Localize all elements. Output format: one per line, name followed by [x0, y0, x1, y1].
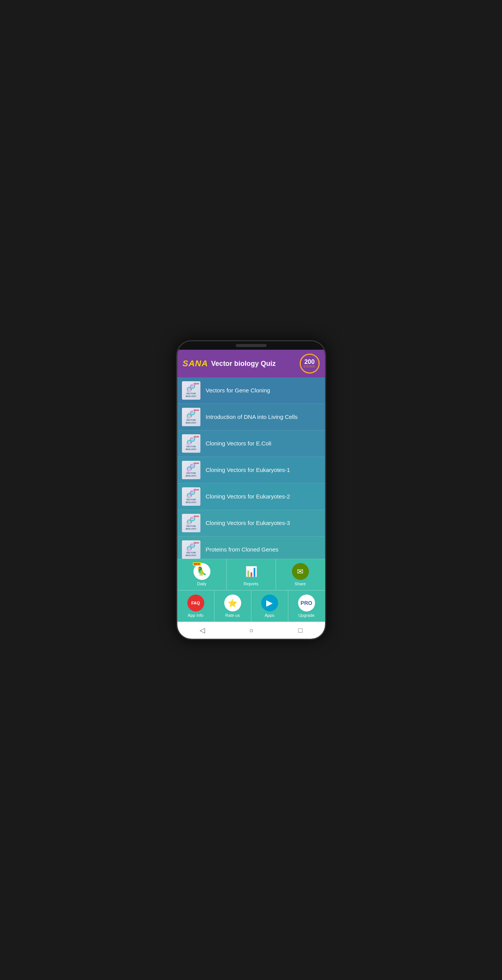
rateus-label: Rate us [225, 613, 240, 618]
phone-frame: SANA Vector biology Quiz 200 COINS 🧬 Qui… [176, 340, 326, 640]
quiz-title-5: Cloning Vectors for Eukaryotes-2 [206, 493, 290, 500]
list-item[interactable]: 🧬 Quiz VECTORBIOLOGY Introduction of DNA… [177, 404, 325, 430]
quiz-icon-5: 🧬 Quiz VECTORBIOLOGY [182, 487, 200, 506]
nav-daily[interactable]: NEW 🦜 Daily [177, 559, 227, 590]
upgrade-icon: PRO [298, 595, 315, 611]
share-label: Share [295, 581, 306, 586]
header-left: SANA Vector biology Quiz [183, 359, 276, 369]
coins-badge: 200 COINS [300, 354, 320, 374]
daily-icon: NEW 🦜 [193, 563, 210, 580]
coins-label: COINS [304, 365, 315, 368]
list-item[interactable]: 🧬 Quiz VECTORBIOLOGY Proteins from Clone… [177, 537, 325, 559]
app-container: SANA Vector biology Quiz 200 COINS 🧬 Qui… [177, 350, 325, 639]
phone-notch-bar [177, 341, 325, 350]
daily-label: Daily [197, 581, 206, 586]
list-item[interactable]: 🧬 Quiz VECTORBIOLOGY Cloning Vectors for… [177, 457, 325, 483]
header-title: Vector biology Quiz [211, 360, 276, 368]
quiz-icon-4: 🧬 Quiz VECTORBIOLOGY [182, 461, 200, 479]
nav-apps[interactable]: ▶ Apps [251, 590, 288, 622]
quiz-title-2: Introduction of DNA into Living Cells [206, 413, 298, 421]
bottom-nav: NEW 🦜 Daily 📊 Reports ✉ Share [177, 559, 325, 622]
quiz-title-1: Vectors for Gene Cloning [206, 387, 270, 394]
nav-share[interactable]: ✉ Share [276, 559, 325, 590]
system-bar: ◁ ○ □ [177, 622, 325, 639]
quiz-icon-3: 🧬 Quiz VECTORBIOLOGY [182, 434, 200, 453]
quiz-icon-1: 🧬 Quiz VECTORBIOLOGY [182, 381, 200, 400]
quiz-icon-6: 🧬 Quiz VECTORBIOLOGY [182, 514, 200, 532]
upgrade-label: Upgrade [298, 613, 314, 618]
rateus-icon: ⭐ [224, 595, 241, 611]
sana-logo: SANA [183, 359, 208, 369]
reports-label: Reports [243, 581, 259, 586]
quiz-title-7: Proteins from Cloned Genes [206, 546, 279, 553]
nav-row-1: NEW 🦜 Daily 📊 Reports ✉ Share [177, 559, 325, 590]
phone-notch [236, 344, 267, 347]
appinfo-label: App Info [188, 613, 203, 618]
nav-appinfo[interactable]: FAQ App Info [177, 590, 214, 622]
appinfo-icon: FAQ [187, 595, 204, 611]
reports-icon: 📊 [243, 563, 260, 580]
recent-button[interactable]: □ [299, 626, 303, 635]
quiz-icon-7: 🧬 Quiz VECTORBIOLOGY [182, 540, 200, 559]
quiz-title-6: Cloning Vectors for Eukaryotes-3 [206, 519, 290, 527]
app-header: SANA Vector biology Quiz 200 COINS [177, 350, 325, 377]
list-item[interactable]: 🧬 Quiz VECTORBIOLOGY Cloning Vectors for… [177, 430, 325, 457]
nav-rateus[interactable]: ⭐ Rate us [214, 590, 251, 622]
apps-label: Apps [265, 613, 274, 618]
quiz-title-4: Cloning Vectors for Eukaryotes-1 [206, 466, 290, 474]
list-item[interactable]: 🧬 Quiz VECTORBIOLOGY Cloning Vectors for… [177, 510, 325, 537]
quiz-title-3: Cloning Vectors for E.Coli [206, 440, 272, 447]
coins-value: 200 [304, 359, 315, 365]
nav-upgrade[interactable]: PRO Upgrade [288, 590, 325, 622]
home-button[interactable]: ○ [250, 626, 254, 635]
back-button[interactable]: ◁ [200, 626, 205, 635]
list-item[interactable]: 🧬 Quiz VECTORBIOLOGY Vectors for Gene Cl… [177, 377, 325, 404]
list-item[interactable]: 🧬 Quiz VECTORBIOLOGY Cloning Vectors for… [177, 483, 325, 510]
nav-reports[interactable]: 📊 Reports [227, 559, 276, 590]
quiz-icon-2: 🧬 Quiz VECTORBIOLOGY [182, 408, 200, 426]
share-icon: ✉ [292, 563, 309, 580]
apps-icon: ▶ [261, 595, 278, 611]
nav-row-2: FAQ App Info ⭐ Rate us ▶ Apps [177, 590, 325, 622]
new-badge: NEW [193, 562, 201, 566]
quiz-list: 🧬 Quiz VECTORBIOLOGY Vectors for Gene Cl… [177, 377, 325, 559]
